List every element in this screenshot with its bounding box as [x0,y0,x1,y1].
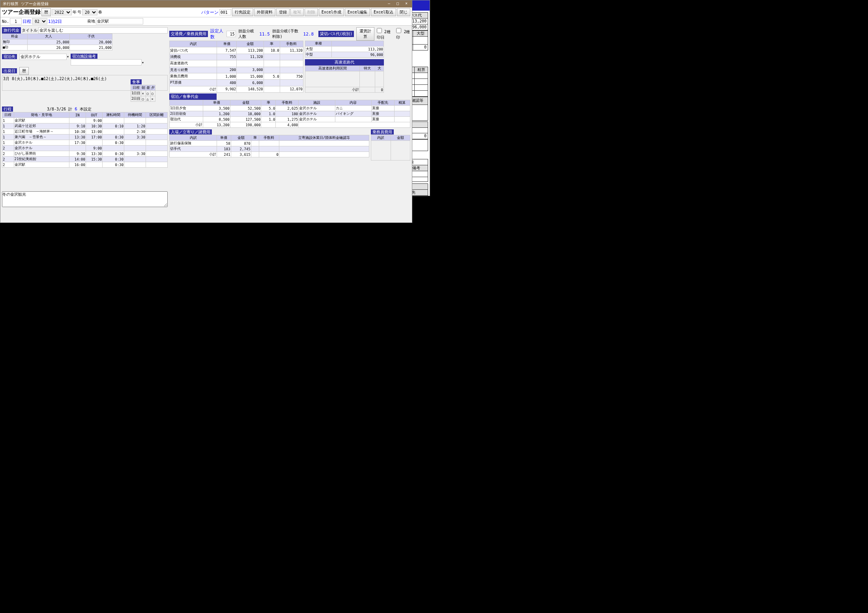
fare-table: 料金大人子供 無印25,00020,000 ■印26,00021,000 [2,34,112,50]
toolbar-row1: ツアー企画登録 暦 2022 年 号 20 春 パターン 行先設定 外部資料 登… [0,7,412,17]
content-area: 旅行代金 タイトル 料金大人子供 無印25,00020,000 ■印26,000… [0,26,412,196]
ext-doc-button[interactable]: 外部資料 [254,8,275,16]
window-controls: — □ × [386,1,410,7]
close-button[interactable]: 閉じ [397,8,410,16]
app-title: 米行積算 ツアー企画登録 [3,1,49,7]
bus-header: 貸切バス代(税別) [318,31,354,37]
maximize-icon[interactable]: □ [395,1,401,6]
days-select[interactable]: 02 [32,18,47,24]
itinerary-table: 日程発地・見学地INOUT運転時間待機時間区間距離 1金沢駅9:001武蔵ケ辻近… [2,112,168,168]
itinerary-row[interactable]: 2ひがし茶屋街9:3013:300:303:30 [2,151,168,157]
break1-lbl: 損益分岐人数 [238,28,257,39]
facility-note-input[interactable] [71,59,142,65]
no-input[interactable] [10,18,22,24]
depart-cal-button[interactable]: 暦 [19,67,29,75]
main-window: 米行積算 ツアー企画登録 — □ × ツアー企画登録 暦 2022 年 号 20… [0,0,412,196]
days-text[interactable]: 1泊2日 [48,19,62,24]
depart-label: 出発日 [2,68,17,73]
meal-table: 日程朝昼夕 1日目×○○ 2日目○△× [131,85,155,102]
titlebar: 米行積算 ツアー企画登録 — □ × [0,0,412,7]
depart-dates: 3月 8(火),10(木),■12(土),22(火),24(木),■26(土) [3,77,107,81]
itinerary-row[interactable]: 2金沢駅16:000:30 [2,162,168,168]
assumed-link[interactable]: 設定人数 [210,28,224,40]
origin-input[interactable] [96,18,143,24]
entry-row[interactable]: 切手代1832,745 [170,146,369,152]
year-select[interactable]: 2022 [52,9,72,15]
transport-row[interactable]: 消費税75511,320 [170,54,303,60]
itinerary-row[interactable]: 1近江町市場 ～海鮮丼～10:3013:002:30 [2,129,168,135]
days-link[interactable]: 日程 [22,19,31,24]
stay-dest-input[interactable] [19,54,67,60]
transport-row[interactable]: PT原価4006,000 [170,80,303,86]
fare-adult-col: 大人 [27,34,70,39]
transport-row[interactable]: 貸切バス代7,547113,20010.011,320 [170,47,303,54]
fare-child-col: 子供 [70,34,112,39]
fare-mark-col: 料金 [2,34,28,39]
screen-title: ツアー企画登録 [2,9,41,16]
itinerary-count-lbl: 計 [68,107,72,111]
crew-table: 内訳金額 [371,135,410,161]
facility-note-label: 宿泊施設備考 [71,54,97,59]
right-column: 交通費／乗務員費用 設定人数 損益分岐人数 11.5 損益分岐(手数料除) 12… [169,27,410,196]
transport-row[interactable]: 見送り経費2003,000 [170,67,303,73]
fare-header: 旅行代金 [2,27,21,34]
break1-val: 11.5 [259,32,270,37]
itinerary-row[interactable]: 2金沢ホテル9:00 [2,146,168,151]
transport-table: 内訳単価金額率手数料 貸切バス代7,547113,20010.011,320消費… [169,41,303,93]
entry-header: 入場／立寄り／諸費用 [169,129,212,135]
year-suffix: 年 [73,9,77,15]
close-icon[interactable]: × [403,1,410,6]
memo-textarea[interactable] [2,191,168,196]
transport-header: 交通費／乗務員費用 [169,31,208,37]
assumed-input[interactable] [226,31,236,37]
season: 春 [98,9,102,15]
itinerary-row[interactable]: 221世紀美術館14:0015:300:30 [2,157,168,162]
issue-label: 号 [77,9,81,15]
bus-table: 車種 大型113,200中型96,000 [305,41,384,58]
stay-dest-label: 宿泊先 [2,54,17,59]
itinerary-row[interactable]: 1武蔵ケ辻近郊9:1010:300:101:20 [2,123,168,129]
lodging-row[interactable]: 宿泊代8,500127,5001.01,275金沢ホテル直接 [170,117,410,122]
itinerary-row[interactable]: 1兼六園 ～雪景色～13:3017:000:303:30 [2,135,168,140]
lodging-table: 単価金額率手数料施設内容手配先精算 1日目夕食3,50052,5005.02,6… [169,100,410,128]
highway-header: 高速道路代 [305,59,384,65]
minimize-icon[interactable]: — [386,1,392,6]
register-button[interactable]: 登録 [276,8,290,16]
itinerary-header: 行程 [2,107,13,112]
chk-2mark2[interactable]: 2種印 [396,28,410,40]
lodging-header: 宿泊／食事代金 [169,93,217,100]
crew-header: 乗務員費用 [371,129,394,135]
lodging-row[interactable]: 2日目朝食1,20018,0001.0180金沢ホテルバイキング直接 [170,111,410,117]
excel-edit-button[interactable]: Excel編集 [345,8,370,16]
transport-row[interactable]: 高速道路代 [170,60,303,67]
itinerary-set: 本設定 [80,107,92,111]
title-input[interactable] [38,27,168,34]
chk-2mark1[interactable]: 2種印目 [377,28,394,40]
transport-row[interactable]: 乗務員費用1,00015,0005.0750 [170,73,303,79]
pattern-link[interactable]: パターン [201,9,219,15]
break2-lbl: 損益分岐(手数料除) [272,28,301,39]
fare-calc-button[interactable]: 運賃計算 [356,27,374,41]
origin-label: 発地 [87,19,95,24]
calendar-button[interactable]: 暦 [41,8,51,16]
pattern-input[interactable] [219,9,231,15]
entry-table: 内訳単価金額率手数料立寄施設休業日/団体料金確認等 旅行傷害保険58870切手代… [169,135,369,157]
break2-val: 12.8 [303,32,314,37]
left-column: 旅行代金 タイトル 料金大人子供 無印25,00020,000 ■印26,000… [2,27,168,196]
entry-row[interactable]: 旅行傷害保険58870 [170,141,369,146]
no-label: No. [2,19,9,24]
dest-setting-button[interactable]: 行先設定 [232,8,253,16]
title-label: タイトル [22,28,37,33]
itinerary-row[interactable]: 1金沢駅9:00 [2,118,168,123]
copy-button[interactable]: 複写 [290,8,304,16]
highway-table: 高速道路利用区間特大大 小計0 [305,65,384,93]
itinerary-count: 6 [75,107,77,112]
excel-create-button[interactable]: Excel作成 [319,8,344,16]
lodging-row[interactable]: 1日目夕食3,50052,5005.02,625金沢ホテルカニ直接 [170,106,410,111]
issue-select[interactable]: 20 [82,9,97,15]
delete-button[interactable]: 削除 [305,8,318,16]
toolbar-row2: No. 日程 02 1泊2日 発地 [0,17,412,26]
itinerary-range: 3/8-3/26 [47,107,66,111]
excel-import-button[interactable]: Excel取込 [371,8,396,16]
itinerary-row[interactable]: 1金沢ホテル17:300:30 [2,140,168,146]
